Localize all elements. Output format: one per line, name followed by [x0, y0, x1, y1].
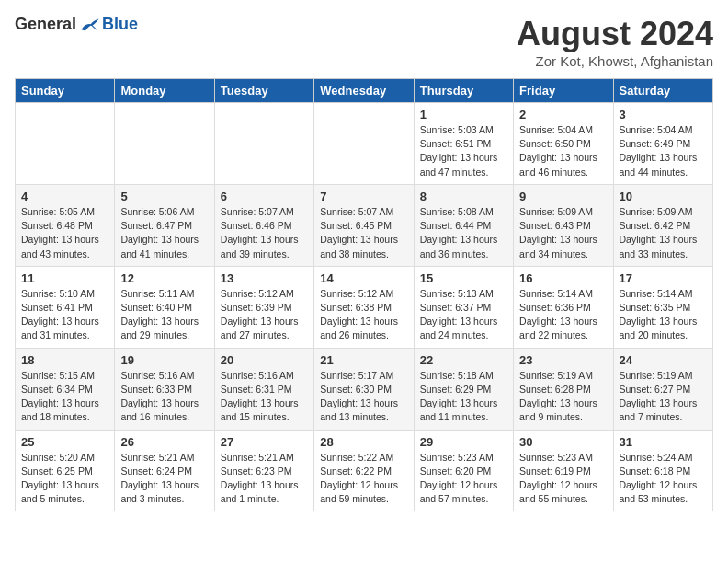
- day-info: Sunrise: 5:24 AM Sunset: 6:18 PM Dayligh…: [620, 451, 707, 507]
- day-info: Sunrise: 5:19 AM Sunset: 6:27 PM Dayligh…: [620, 369, 707, 425]
- day-number: 16: [519, 271, 607, 285]
- day-info: Sunrise: 5:21 AM Sunset: 6:24 PM Dayligh…: [120, 451, 208, 507]
- header-monday: Monday: [115, 79, 214, 103]
- header-wednesday: Wednesday: [314, 79, 414, 103]
- day-info: Sunrise: 5:14 AM Sunset: 6:36 PM Dayligh…: [519, 287, 607, 343]
- day-info: Sunrise: 5:15 AM Sunset: 6:34 PM Dayligh…: [21, 369, 108, 425]
- day-info: Sunrise: 5:12 AM Sunset: 6:39 PM Dayligh…: [221, 287, 308, 343]
- day-number: 31: [620, 435, 707, 449]
- day-info: Sunrise: 5:23 AM Sunset: 6:19 PM Dayligh…: [519, 451, 607, 507]
- calendar-table: Sunday Monday Tuesday Wednesday Thursday…: [15, 78, 713, 511]
- table-row: [314, 103, 414, 185]
- day-info: Sunrise: 5:09 AM Sunset: 6:42 PM Dayligh…: [620, 205, 707, 261]
- day-number: 1: [420, 108, 507, 121]
- day-info: Sunrise: 5:07 AM Sunset: 6:45 PM Dayligh…: [320, 205, 407, 261]
- logo-bird-icon: [80, 17, 100, 33]
- table-row: 11Sunrise: 5:10 AM Sunset: 6:41 PM Dayli…: [16, 266, 115, 348]
- table-row: 13Sunrise: 5:12 AM Sunset: 6:39 PM Dayli…: [214, 266, 313, 348]
- day-number: 5: [120, 190, 208, 203]
- day-number: 29: [420, 435, 507, 449]
- table-row: [16, 103, 115, 185]
- day-number: 10: [620, 190, 707, 203]
- day-info: Sunrise: 5:06 AM Sunset: 6:47 PM Dayligh…: [120, 205, 208, 261]
- day-info: Sunrise: 5:04 AM Sunset: 6:49 PM Dayligh…: [620, 123, 707, 179]
- month-year-title: August 2024: [517, 15, 713, 53]
- table-row: 25Sunrise: 5:20 AM Sunset: 6:25 PM Dayli…: [16, 430, 115, 511]
- day-info: Sunrise: 5:11 AM Sunset: 6:40 PM Dayligh…: [120, 287, 208, 343]
- day-info: Sunrise: 5:19 AM Sunset: 6:28 PM Dayligh…: [519, 369, 607, 425]
- day-info: Sunrise: 5:21 AM Sunset: 6:23 PM Dayligh…: [221, 451, 308, 507]
- day-info: Sunrise: 5:13 AM Sunset: 6:37 PM Dayligh…: [420, 287, 507, 343]
- table-row: [214, 103, 313, 185]
- day-number: 6: [221, 190, 308, 203]
- day-number: 3: [620, 108, 707, 121]
- table-row: 10Sunrise: 5:09 AM Sunset: 6:42 PM Dayli…: [613, 184, 712, 266]
- day-info: Sunrise: 5:12 AM Sunset: 6:38 PM Dayligh…: [320, 287, 407, 343]
- day-number: 28: [320, 435, 407, 449]
- day-number: 14: [320, 271, 407, 285]
- table-row: 31Sunrise: 5:24 AM Sunset: 6:18 PM Dayli…: [613, 430, 712, 511]
- day-info: Sunrise: 5:17 AM Sunset: 6:30 PM Dayligh…: [320, 369, 407, 425]
- day-info: Sunrise: 5:18 AM Sunset: 6:29 PM Dayligh…: [420, 369, 507, 425]
- header-saturday: Saturday: [613, 79, 712, 103]
- table-row: 5Sunrise: 5:06 AM Sunset: 6:47 PM Daylig…: [115, 184, 214, 266]
- table-row: 29Sunrise: 5:23 AM Sunset: 6:20 PM Dayli…: [414, 430, 513, 511]
- table-row: 21Sunrise: 5:17 AM Sunset: 6:30 PM Dayli…: [314, 348, 414, 430]
- calendar-week-row: 1Sunrise: 5:03 AM Sunset: 6:51 PM Daylig…: [16, 103, 713, 185]
- day-info: Sunrise: 5:20 AM Sunset: 6:25 PM Dayligh…: [21, 451, 108, 507]
- table-row: 20Sunrise: 5:16 AM Sunset: 6:31 PM Dayli…: [214, 348, 313, 430]
- day-info: Sunrise: 5:07 AM Sunset: 6:46 PM Dayligh…: [221, 205, 308, 261]
- day-info: Sunrise: 5:22 AM Sunset: 6:22 PM Dayligh…: [320, 451, 407, 507]
- table-row: 27Sunrise: 5:21 AM Sunset: 6:23 PM Dayli…: [214, 430, 313, 511]
- table-row: 1Sunrise: 5:03 AM Sunset: 6:51 PM Daylig…: [414, 103, 513, 185]
- table-row: 28Sunrise: 5:22 AM Sunset: 6:22 PM Dayli…: [314, 430, 414, 511]
- header-friday: Friday: [514, 79, 613, 103]
- day-info: Sunrise: 5:10 AM Sunset: 6:41 PM Dayligh…: [21, 287, 108, 343]
- day-number: 20: [221, 353, 308, 367]
- header-tuesday: Tuesday: [214, 79, 313, 103]
- table-row: 3Sunrise: 5:04 AM Sunset: 6:49 PM Daylig…: [613, 103, 712, 185]
- day-info: Sunrise: 5:08 AM Sunset: 6:44 PM Dayligh…: [420, 205, 507, 261]
- title-area: August 2024 Zor Kot, Khowst, Afghanistan: [517, 15, 713, 69]
- table-row: 12Sunrise: 5:11 AM Sunset: 6:40 PM Dayli…: [115, 266, 214, 348]
- header-sunday: Sunday: [16, 79, 115, 103]
- day-info: Sunrise: 5:14 AM Sunset: 6:35 PM Dayligh…: [620, 287, 707, 343]
- logo-general-text: General: [15, 15, 76, 34]
- table-row: [115, 103, 214, 185]
- day-number: 8: [420, 190, 507, 203]
- day-info: Sunrise: 5:05 AM Sunset: 6:48 PM Dayligh…: [21, 205, 108, 261]
- day-number: 26: [120, 435, 208, 449]
- day-info: Sunrise: 5:16 AM Sunset: 6:31 PM Dayligh…: [221, 369, 308, 425]
- logo: General Blue: [15, 15, 138, 34]
- day-info: Sunrise: 5:09 AM Sunset: 6:43 PM Dayligh…: [519, 205, 607, 261]
- day-number: 4: [21, 190, 108, 203]
- table-row: 4Sunrise: 5:05 AM Sunset: 6:48 PM Daylig…: [16, 184, 115, 266]
- table-row: 15Sunrise: 5:13 AM Sunset: 6:37 PM Dayli…: [414, 266, 513, 348]
- day-info: Sunrise: 5:23 AM Sunset: 6:20 PM Dayligh…: [420, 451, 507, 507]
- day-number: 30: [519, 435, 607, 449]
- day-number: 12: [120, 271, 208, 285]
- day-number: 23: [519, 353, 607, 367]
- day-number: 11: [21, 271, 108, 285]
- day-info: Sunrise: 5:03 AM Sunset: 6:51 PM Dayligh…: [420, 123, 507, 179]
- table-row: 6Sunrise: 5:07 AM Sunset: 6:46 PM Daylig…: [214, 184, 313, 266]
- table-row: 19Sunrise: 5:16 AM Sunset: 6:33 PM Dayli…: [115, 348, 214, 430]
- day-number: 24: [620, 353, 707, 367]
- table-row: 22Sunrise: 5:18 AM Sunset: 6:29 PM Dayli…: [414, 348, 513, 430]
- table-row: 9Sunrise: 5:09 AM Sunset: 6:43 PM Daylig…: [514, 184, 613, 266]
- day-number: 25: [21, 435, 108, 449]
- day-number: 18: [21, 353, 108, 367]
- table-row: 24Sunrise: 5:19 AM Sunset: 6:27 PM Dayli…: [613, 348, 712, 430]
- table-row: 23Sunrise: 5:19 AM Sunset: 6:28 PM Dayli…: [514, 348, 613, 430]
- day-number: 21: [320, 353, 407, 367]
- table-row: 7Sunrise: 5:07 AM Sunset: 6:45 PM Daylig…: [314, 184, 414, 266]
- calendar-week-row: 11Sunrise: 5:10 AM Sunset: 6:41 PM Dayli…: [16, 266, 713, 348]
- table-row: 26Sunrise: 5:21 AM Sunset: 6:24 PM Dayli…: [115, 430, 214, 511]
- table-row: 18Sunrise: 5:15 AM Sunset: 6:34 PM Dayli…: [16, 348, 115, 430]
- calendar-header-row: Sunday Monday Tuesday Wednesday Thursday…: [16, 79, 713, 103]
- table-row: 17Sunrise: 5:14 AM Sunset: 6:35 PM Dayli…: [613, 266, 712, 348]
- header-thursday: Thursday: [414, 79, 513, 103]
- table-row: 8Sunrise: 5:08 AM Sunset: 6:44 PM Daylig…: [414, 184, 513, 266]
- calendar-week-row: 4Sunrise: 5:05 AM Sunset: 6:48 PM Daylig…: [16, 184, 713, 266]
- day-number: 19: [120, 353, 208, 367]
